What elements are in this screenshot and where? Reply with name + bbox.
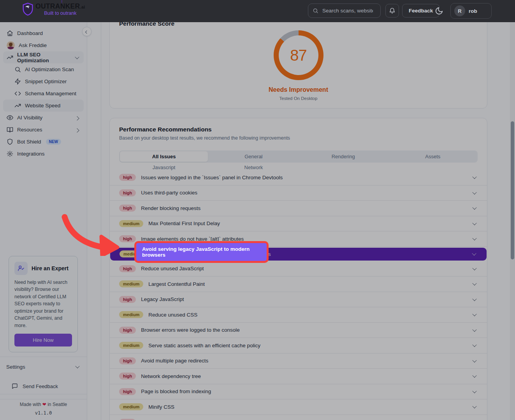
recommendation-list: highIssues were logged in the `Issues` p… (110, 170, 487, 420)
sidebar-divider (0, 399, 87, 399)
performance-score-card: Performance Score 87 Needs Improvement T… (109, 18, 487, 108)
sidebar-item-schema-management[interactable]: Schema Management (3, 88, 84, 100)
recommendation-row[interactable]: highPage is blocked from indexing (110, 384, 487, 400)
logo-shield-icon (22, 3, 33, 16)
header-search[interactable] (308, 4, 381, 18)
recommendation-row[interactable]: highNetwork dependency tree (110, 369, 487, 384)
recommendation-label: Max Potential First Input Delay (148, 220, 220, 226)
chat-bubble-icon (12, 383, 18, 389)
sidebar-item-website-speed[interactable]: Website Speed (3, 100, 84, 112)
sidebar-item-ai-optimization-scan[interactable]: AI Optimization Scan (3, 63, 84, 75)
sidebar-item-label: LLM SEO Optimization (17, 52, 70, 63)
sidebar-item-snippet-optimizer[interactable]: Snippet Optimizer (3, 75, 84, 88)
recommendation-label: Avoid multiple page redirects (141, 358, 208, 364)
chevron-down-icon (471, 373, 478, 379)
sidebar-item-integrations[interactable]: Integrations (3, 148, 84, 160)
recommendation-row[interactable]: highAvoid multiple page redirects (110, 354, 487, 369)
search-icon (14, 66, 21, 73)
new-badge: NEW (46, 139, 61, 145)
recommendation-label: Page is blocked from indexing (141, 388, 211, 394)
gear-icon (7, 150, 13, 157)
expert-card-title: Hire an Expert (32, 265, 69, 271)
recommendation-label: Issues were logged in the `Issues` panel… (141, 175, 283, 180)
chevron-down-icon (471, 342, 478, 348)
recommendation-row[interactable]: mediumReduce unused CSS (110, 307, 487, 323)
recommendation-label: Uses third-party cookies (141, 190, 197, 196)
recommendation-label: Avoid serving legacy JavaScript to moder… (149, 251, 271, 257)
recommendation-label: Minify CSS (148, 404, 174, 410)
sidebar-collapse-button[interactable] (82, 27, 91, 36)
chevron-down-icon (471, 388, 478, 395)
recommendation-row[interactable]: mediumServe static assets with an effici… (110, 338, 487, 354)
severity-badge: medium (119, 311, 143, 318)
sidebar-item-dashboard[interactable]: Dashboard (3, 27, 84, 39)
chevron-down-icon (471, 312, 478, 318)
dark-mode-toggle[interactable] (435, 7, 443, 15)
performance-gauge: 87 (274, 30, 323, 80)
tab-general[interactable]: General (209, 151, 297, 162)
severity-badge: high (119, 189, 136, 196)
issue-tabs: All IssuesGeneralRenderingAssets (119, 150, 478, 163)
recommendation-row[interactable]: mediumLargest Contentful Paint (110, 276, 487, 292)
sidebar-item-bot-shield[interactable]: Bot ShieldNEW (3, 136, 84, 148)
recommendation-row[interactable]: highLegacy JavaScript (110, 292, 487, 308)
chevron-down-icon (471, 220, 478, 227)
recommendation-row[interactable]: mediumMax Potential First Input Delay (110, 216, 487, 232)
shield-icon (7, 138, 13, 145)
chevron-down-icon (471, 205, 478, 211)
tab-all-issues[interactable]: All Issues (120, 151, 208, 162)
logo-arrow-icon: N (60, 2, 65, 10)
tab-assets[interactable]: Assets (389, 151, 477, 162)
recommendation-row[interactable]: highReduce unused JavaScript (110, 261, 487, 277)
sidebar-item-label: Snippet Optimizer (25, 79, 67, 84)
recommendation-row[interactable]: highLargest Contentful Paint element (110, 415, 487, 420)
search-icon (313, 8, 318, 14)
feedback-button[interactable]: Feedback (402, 4, 439, 18)
chevron-down-icon (471, 236, 478, 242)
sidebar-nav: DashboardAsk FreddieLLM SEO Optimization… (0, 22, 87, 160)
severity-badge: high (119, 265, 136, 272)
scrollbar-thumb[interactable] (511, 121, 514, 259)
severity-badge: medium (119, 403, 143, 410)
severity-badge: high (119, 205, 136, 212)
sidebar-divider (0, 357, 87, 357)
sidebar-item-resources[interactable]: Resources (3, 124, 84, 136)
settings-section-header[interactable]: Settings (6, 361, 81, 373)
recommendation-row[interactable]: highRender blocking requests (110, 201, 487, 216)
recommendation-row[interactable]: highUses third-party cookies (110, 186, 487, 201)
recommendation-row[interactable]: highImage elements do not have `[alt]` a… (110, 231, 487, 247)
logo-wordmark: OUTRANKER.ai (35, 3, 85, 10)
chevron-down-icon (471, 251, 477, 257)
tab-rendering[interactable]: Rendering (299, 151, 387, 162)
recommendation-row[interactable]: mediumMinify CSS (110, 399, 487, 415)
sidebar-item-label: Dashboard (17, 30, 43, 36)
hire-expert-card: Hire an Expert Need help with AI search … (9, 256, 78, 352)
sidebar-item-label: Ask Freddie (19, 42, 47, 48)
chevron-down-icon (471, 266, 478, 272)
recommendation-label: Legacy JavaScript (141, 296, 184, 302)
trend-icon (14, 102, 21, 109)
recommendation-row-highlighted[interactable]: mediumAvoid serving legacy JavaScript to… (110, 248, 487, 261)
outranker-logo: OUTRANKER.ai Built to outrank (22, 3, 85, 16)
recommendation-row[interactable]: highIssues were logged in the `Issues` p… (110, 170, 487, 186)
send-feedback-item[interactable]: Send Feedback (12, 380, 81, 392)
chevron-down-icon (74, 364, 81, 370)
recommendation-label: Render blocking requests (141, 205, 200, 211)
recommendation-row[interactable]: highBrowser errors were logged to the co… (110, 323, 487, 338)
sidebar-item-ask-freddie[interactable]: Ask Freddie (3, 39, 84, 51)
recommendation-label: Network dependency tree (141, 373, 201, 379)
sidebar: DashboardAsk FreddieLLM SEO Optimization… (0, 22, 87, 420)
chevron-down-icon (74, 54, 80, 61)
made-with-text: Made with ❤ in Seattle (0, 402, 87, 407)
main-content: Performance Score 87 Needs Improvement T… (87, 0, 510, 420)
sidebar-item-llm-seo-optimization[interactable]: LLM SEO Optimization (3, 51, 84, 63)
severity-badge: medium (119, 220, 143, 227)
recommendation-label: Reduce unused JavaScript (141, 266, 204, 271)
performance-score-value: 87 (274, 30, 323, 80)
notifications-button[interactable] (385, 4, 399, 18)
sidebar-item-label: AI Optimization Scan (25, 66, 74, 72)
user-menu[interactable]: R rob (450, 3, 492, 19)
hire-now-button[interactable]: Hire Now (14, 334, 72, 346)
sidebar-item-ai-visibility[interactable]: AI Visibility (3, 112, 84, 124)
search-input[interactable] (322, 7, 374, 14)
